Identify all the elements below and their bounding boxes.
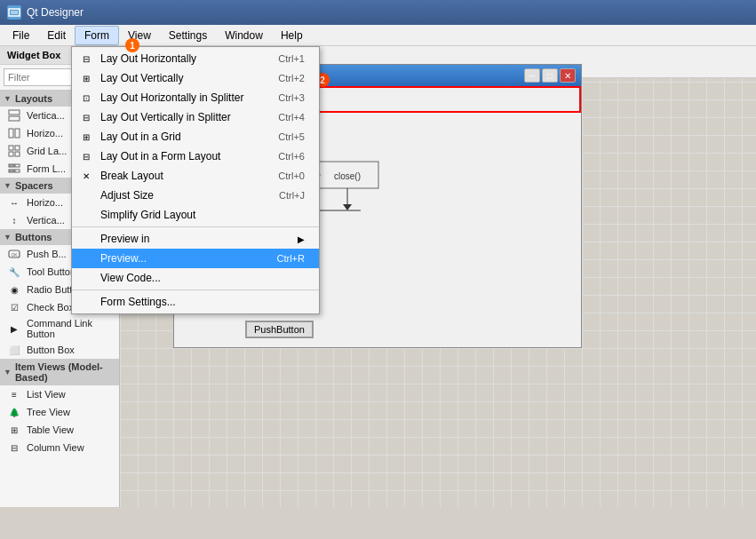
menu-item-lay-grid[interactable]: ⊞ Lay Out in a Grid Ctrl+5: [72, 127, 319, 147]
form-dropdown-menu: 1 ⊟ Lay Out Horizontally Ctrl+1 ⊞ Lay Ou…: [71, 46, 320, 314]
menu-file[interactable]: File: [4, 27, 38, 44]
menu-item-lay-vertically[interactable]: ⊞ Lay Out Vertically Ctrl+2: [72, 68, 319, 88]
close-button[interactable]: ✕: [560, 68, 576, 83]
list-view-icon: ≡: [7, 387, 21, 401]
menu-edit[interactable]: Edit: [38, 27, 75, 44]
svg-rect-9: [15, 152, 20, 156]
push-button-widget-2[interactable]: PushButton: [245, 321, 314, 338]
layout-vs-icon: ⊟: [79, 110, 93, 124]
push-button-icon: OK: [7, 247, 21, 261]
layout-h-icon: ⊟: [79, 52, 93, 66]
menu-item-lay-form[interactable]: ⊟ Lay Out in a Form Layout Ctrl+6: [72, 147, 319, 166]
maximize-button[interactable]: □: [542, 68, 558, 83]
menu-item-lay-horizontally[interactable]: ⊟ Lay Out Horizontally Ctrl+1: [72, 49, 319, 68]
widget-button-box[interactable]: ⬜ Button Box: [0, 341, 119, 359]
expand-arrow-icon-2: ▼: [4, 181, 12, 190]
app-icon: [7, 5, 21, 20]
widget-list-view[interactable]: ≡ List View: [0, 385, 119, 403]
menu-settings[interactable]: Settings: [160, 27, 216, 44]
menu-form[interactable]: Form: [75, 26, 119, 45]
svg-rect-13: [15, 170, 20, 172]
svg-rect-5: [15, 129, 20, 138]
svg-text:close(): close(): [334, 171, 361, 181]
menu-item-preview-in[interactable]: Preview in ▶: [72, 229, 319, 249]
title-bar: Qt Designer: [0, 0, 756, 25]
grid-layout-icon: [7, 144, 21, 158]
svg-rect-6: [9, 146, 13, 150]
svg-rect-7: [15, 146, 20, 150]
widget-command-link-button[interactable]: ▶ Command Link Button: [0, 316, 119, 341]
menu-item-view-code[interactable]: View Code...: [72, 268, 319, 288]
check-box-icon: ☑: [7, 300, 21, 314]
svg-rect-2: [9, 110, 20, 115]
expand-arrow-icon-3: ▼: [4, 233, 12, 242]
break-layout-icon: ✕: [79, 169, 93, 183]
svg-rect-1: [11, 11, 18, 14]
svg-marker-42: [343, 204, 352, 210]
minimize-button[interactable]: ─: [524, 68, 540, 83]
form-layout-icon: [7, 162, 21, 176]
svg-rect-4: [9, 129, 13, 138]
layout-hs-icon: ⊡: [79, 91, 93, 105]
h-spacer-icon: ↔: [7, 195, 21, 210]
command-link-icon: ▶: [7, 321, 21, 336]
v-spacer-icon: ↕: [7, 213, 21, 227]
expand-arrow-icon-4: ▼: [4, 368, 12, 377]
menu-item-adjust-size[interactable]: Adjust Size Ctrl+J: [72, 186, 319, 205]
svg-rect-11: [15, 164, 20, 167]
menu-item-simplify-grid[interactable]: Simplify Grid Layout: [72, 205, 319, 225]
menu-bar: File Edit Form View Settings Window Help…: [0, 25, 756, 46]
menu-help[interactable]: Help: [272, 27, 312, 44]
table-view-icon: ⊞: [7, 423, 21, 437]
vertical-layout-icon: [7, 108, 21, 123]
svg-rect-8: [9, 152, 13, 156]
horizontal-layout-icon: [7, 126, 21, 140]
layout-grid-icon: ⊞: [79, 130, 93, 144]
column-view-icon: ⊟: [7, 440, 21, 455]
layout-v-icon: ⊞: [79, 71, 93, 85]
submenu-arrow-icon: ▶: [298, 234, 305, 244]
widget-table-view[interactable]: ⊞ Table View: [0, 421, 119, 439]
menu-separator-2: [72, 289, 319, 290]
category-item-views[interactable]: ▼ Item Views (Model-Based): [0, 359, 119, 385]
menu-item-lay-v-splitter[interactable]: ⊟ Lay Out Vertically in Splitter Ctrl+4: [72, 107, 319, 127]
menu-item-lay-h-splitter[interactable]: ⊡ Lay Out Horizontally in Splitter Ctrl+…: [72, 88, 319, 107]
menu-item-break-layout[interactable]: ✕ Break Layout Ctrl+0: [72, 166, 319, 186]
expand-arrow-icon: ▼: [4, 94, 12, 103]
svg-rect-3: [9, 116, 20, 121]
tree-view-icon: 🌲: [7, 405, 21, 419]
tool-button-icon: 🔧: [7, 265, 21, 279]
form-title-buttons: ─ □ ✕: [524, 68, 576, 83]
button-box-icon: ⬜: [7, 343, 21, 357]
widget-column-view[interactable]: ⊟ Column View: [0, 439, 119, 456]
app-title: Qt Designer: [27, 6, 84, 19]
layout-form-icon: ⊟: [79, 149, 93, 163]
svg-text:OK: OK: [11, 252, 18, 258]
menu-item-form-settings[interactable]: Form Settings...: [72, 292, 319, 312]
svg-rect-10: [9, 164, 14, 167]
menu-window[interactable]: Window: [216, 27, 272, 44]
radio-button-icon: ◉: [7, 282, 21, 297]
svg-rect-12: [9, 170, 14, 172]
menu-separator-1: [72, 226, 319, 227]
menu-item-preview[interactable]: Preview... Ctrl+R: [72, 249, 319, 268]
widget-tree-view[interactable]: 🌲 Tree View: [0, 403, 119, 421]
